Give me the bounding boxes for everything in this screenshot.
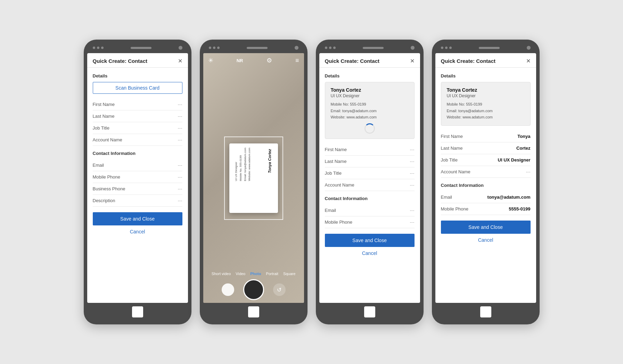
field-email-4[interactable]: Email tonya@adatum.com [441,191,531,203]
qc-header-4: Quick Create: Contact ✕ [435,53,536,68]
save-and-close-button-3[interactable]: Save and Close [325,234,415,247]
mode-portrait[interactable]: Portrait [266,272,278,276]
close-button-4[interactable]: ✕ [526,58,531,64]
field-account-name-1[interactable]: Account Name --- [93,134,182,146]
home-button-4[interactable] [480,306,491,317]
field-label: Last Name [441,146,463,151]
phone-screen-2: ✳ NR ⚙ ≡ Tonya Cortez UI UX DesignerMobi… [203,53,304,303]
field-job-title-3[interactable]: Job Title --- [325,167,415,179]
field-first-name-3[interactable]: First Name --- [325,144,415,156]
field-mobile-phone-3[interactable]: Mobile Phone --- [325,216,415,228]
business-card-preview-4: Tonya Cortez UI UX Designer Mobile No: 5… [441,82,531,126]
dot [329,47,331,49]
phone-frame-3: Quick Create: Contact ✕ Details Tonya Co… [316,40,424,324]
field-value: --- [410,220,415,225]
qc-body-1: Details Scan Business Card First Name --… [87,68,188,303]
field-label: First Name [441,134,463,139]
phone-top-bar-3 [319,46,420,53]
home-button-3[interactable] [364,306,375,317]
phone-dots-1 [93,47,104,49]
home-button-1[interactable] [132,306,143,317]
field-description-1[interactable]: Description --- [93,195,182,207]
field-value: --- [410,182,415,188]
field-value-filled: Tonya [517,134,530,139]
rotate-camera-button[interactable]: ↺ [273,283,286,296]
biz-card-name-3: Tonya Cortez [331,87,409,93]
field-value-filled: tonya@adatum.com [487,195,531,200]
field-mobile-phone-1[interactable]: Mobile Phone --- [93,171,182,183]
qc-body-4: Details Tonya Cortez UI UX Designer Mobi… [435,68,536,303]
field-first-name-1[interactable]: First Name --- [93,99,182,110]
field-first-name-4[interactable]: First Name Tonya [441,131,531,142]
settings-icon[interactable]: ⚙ [267,57,272,64]
menu-icon[interactable]: ≡ [295,57,299,64]
field-label: Account Name [441,169,470,174]
field-label: Account Name [93,137,122,142]
camera-controls: ↺ [222,279,286,300]
mode-short-video[interactable]: Short video [212,272,231,276]
field-email-3[interactable]: Email --- [325,205,415,216]
field-last-name-4[interactable]: Last Name Cortez [441,142,531,154]
phone-top-bar-2 [203,46,304,53]
field-job-title-4[interactable]: Job Title UI UX Designer [441,154,531,166]
phone-bottom-bar-1 [132,303,143,318]
home-button-2[interactable] [248,306,259,317]
dot [449,47,452,49]
mode-photo[interactable]: Photo [250,272,261,276]
field-label: Mobile Phone [325,220,353,225]
flash-icon[interactable]: ✳ [208,57,213,64]
dot [101,47,104,49]
screens-container: Quick Create: Contact ✕ Details Scan Bus… [84,40,540,324]
cancel-link-1[interactable]: Cancel [93,229,182,234]
camera-view: ✳ NR ⚙ ≡ Tonya Cortez UI UX DesignerMobi… [203,53,304,303]
contact-section-label-4: Contact Information [441,183,531,188]
field-account-name-4[interactable]: Account Name --- [441,166,531,178]
phone-speaker-1 [131,47,151,49]
field-job-title-1[interactable]: Job Title --- [93,122,182,134]
field-email-1[interactable]: Email --- [93,159,182,171]
gallery-button[interactable] [222,283,234,296]
qc-title-1: Quick Create: Contact [93,58,148,64]
phone-dots-2 [209,47,220,49]
close-button-1[interactable]: ✕ [178,58,182,64]
phone-bottom-bar-2 [248,303,259,318]
dot [93,47,95,49]
field-value: --- [410,208,415,213]
cancel-link-3[interactable]: Cancel [325,250,415,256]
biz-card-info-4: Mobile No: 555-0199 Email: tonya@adatum.… [447,101,525,121]
close-button-3[interactable]: ✕ [410,58,415,64]
field-value: --- [178,163,182,168]
business-card-preview-3: Tonya Cortez UI UX Designer Mobile No: 5… [325,82,415,139]
field-last-name-3[interactable]: Last Name --- [325,156,415,167]
field-label: Email [441,195,452,200]
camera-background: Tonya Cortez UI UX DesignerMobile No. 55… [203,53,304,303]
field-account-name-3[interactable]: Account Name --- [325,179,415,191]
mode-square[interactable]: Square [283,272,295,276]
field-mobile-phone-4[interactable]: Mobile Phone 5555-0199 [441,203,531,215]
qc-body-3: Details Tonya Cortez UI UX Designer Mobi… [319,68,420,303]
details-section-label-1: Details [93,73,182,78]
camera-modes: Short video Video Photo Portrait Square [212,272,296,276]
field-value: --- [410,171,415,176]
cancel-link-4[interactable]: Cancel [441,237,531,243]
dot [209,47,211,49]
phone-top-bar-1 [87,46,188,53]
field-value: --- [178,198,182,203]
camera-bottom-bar: Short video Video Photo Portrait Square … [203,272,304,303]
dot [325,47,327,49]
field-last-name-1[interactable]: Last Name --- [93,110,182,122]
scan-business-card-button[interactable]: Scan Business Card [93,82,182,94]
qc-header-3: Quick Create: Contact ✕ [319,53,420,68]
save-and-close-button-4[interactable]: Save and Close [441,221,531,234]
field-label: Mobile Phone [441,206,469,212]
field-value: --- [178,137,182,142]
dot [441,47,443,49]
field-value: --- [178,125,182,131]
capture-button[interactable] [243,279,264,300]
mode-video[interactable]: Video [236,272,245,276]
field-business-phone-1[interactable]: Business Phone --- [93,183,182,195]
camera-brand-label: NR [237,58,243,63]
dot [213,47,215,49]
field-label: Description [93,198,115,203]
save-and-close-button-1[interactable]: Save and Close [93,212,182,225]
